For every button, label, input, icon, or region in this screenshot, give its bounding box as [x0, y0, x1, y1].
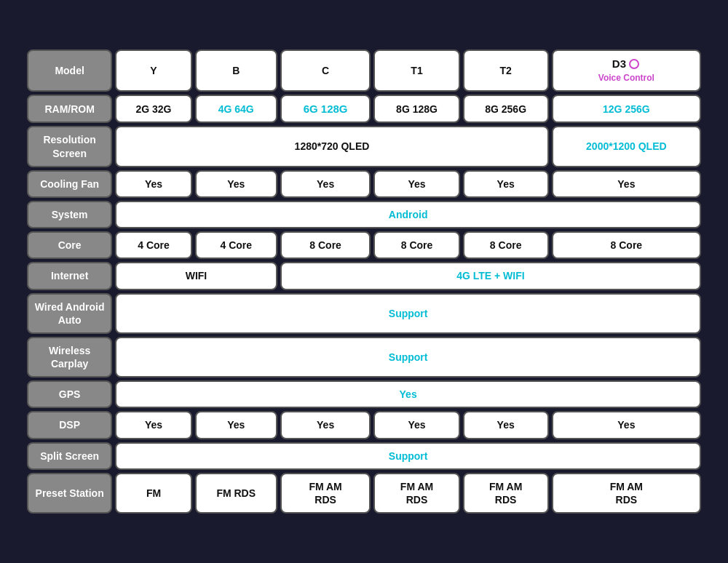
- cell-preset-t2: FM AM RDS: [463, 473, 549, 514]
- cell-gps: Yes: [115, 380, 701, 408]
- cell-preset-c: FM AM RDS: [280, 473, 371, 514]
- row-split-screen: Split Screen Support: [27, 442, 701, 470]
- cell-dsp-b: Yes: [195, 411, 277, 439]
- cell-preset-d3: FM AM RDS: [552, 473, 701, 514]
- cell-ram-t2: 8G 256G: [463, 95, 549, 124]
- row-core: Core 4 Core 4 Core 8 Core 8 Core 8 Core …: [27, 231, 701, 259]
- cell-model-c: C: [280, 49, 371, 92]
- cell-preset-b: FM RDS: [195, 473, 277, 514]
- cell-system: Android: [115, 201, 701, 228]
- cell-ram-c: 6G 128G: [280, 95, 371, 124]
- cell-preset-y: FM: [115, 473, 191, 514]
- row-model: Model Y B C T1 T2 D3 Voice Control: [27, 49, 701, 92]
- cell-internet-4g: 4G LTE + WIFI: [280, 262, 701, 290]
- label-resolution: ResolutionScreen: [27, 126, 112, 167]
- cell-ram-t1: 8G 128G: [373, 95, 459, 124]
- label-model: Model: [27, 49, 112, 92]
- cell-core-t2: 8 Core: [463, 231, 549, 259]
- cell-dsp-d3: Yes: [552, 411, 701, 439]
- cell-model-t1: T1: [373, 49, 459, 92]
- cell-cooling-y: Yes: [115, 170, 191, 198]
- cell-cooling-t2: Yes: [463, 170, 549, 198]
- cell-cooling-c: Yes: [280, 170, 371, 198]
- cell-model-d3: D3 Voice Control: [552, 49, 701, 92]
- cell-dsp-t2: Yes: [463, 411, 549, 439]
- label-wireless-carplay: WirelessCarplay: [27, 337, 112, 378]
- cell-dsp-t1: Yes: [373, 411, 459, 439]
- row-wired-android: Wired AndroidAuto Support: [27, 293, 701, 334]
- cell-cooling-b: Yes: [195, 170, 277, 198]
- row-cooling: Cooling Fan Yes Yes Yes Yes Yes Yes: [27, 170, 701, 198]
- cell-internet-wifi: WIFI: [115, 262, 277, 290]
- voice-icon: [629, 59, 639, 69]
- label-ram: RAM/ROM: [27, 95, 112, 124]
- cell-resolution-standard: 1280*720 QLED: [115, 126, 548, 167]
- row-resolution: ResolutionScreen 1280*720 QLED 2000*1200…: [27, 126, 701, 167]
- comparison-table: Model Y B C T1 T2 D3 Voice Control RAM/R…: [24, 47, 704, 516]
- voice-control-label: Voice Control: [598, 73, 654, 83]
- cell-model-b: B: [195, 49, 277, 92]
- cell-cooling-t1: Yes: [373, 170, 459, 198]
- cell-core-c: 8 Core: [280, 231, 371, 259]
- row-dsp: DSP Yes Yes Yes Yes Yes Yes: [27, 411, 701, 439]
- cell-dsp-y: Yes: [115, 411, 191, 439]
- label-dsp: DSP: [27, 411, 112, 439]
- label-core: Core: [27, 231, 112, 259]
- cell-dsp-c: Yes: [280, 411, 371, 439]
- cell-resolution-d3: 2000*1200 QLED: [552, 126, 701, 167]
- cell-preset-t1: FM AM RDS: [373, 473, 459, 514]
- row-ram: RAM/ROM 2G 32G 4G 64G 6G 128G 8G 128G 8G…: [27, 95, 701, 124]
- comparison-table-container: Model Y B C T1 T2 D3 Voice Control RAM/R…: [11, 33, 717, 530]
- cell-split-screen: Support: [115, 442, 701, 470]
- cell-ram-d3: 12G 256G: [552, 95, 701, 124]
- label-split-screen: Split Screen: [27, 442, 112, 470]
- cell-core-d3: 8 Core: [552, 231, 701, 259]
- row-system: System Android: [27, 201, 701, 228]
- cell-core-b: 4 Core: [195, 231, 277, 259]
- cell-wired-android: Support: [115, 293, 701, 334]
- d3-label: D3: [612, 57, 626, 70]
- cell-core-t1: 8 Core: [373, 231, 459, 259]
- cell-ram-b: 4G 64G: [195, 95, 277, 124]
- row-internet: Internet WIFI 4G LTE + WIFI: [27, 262, 701, 290]
- label-internet: Internet: [27, 262, 112, 290]
- row-wireless-carplay: WirelessCarplay Support: [27, 337, 701, 378]
- label-system: System: [27, 201, 112, 228]
- label-gps: GPS: [27, 380, 112, 408]
- label-preset-station: Preset Station: [27, 473, 112, 514]
- row-gps: GPS Yes: [27, 380, 701, 408]
- row-preset-station: Preset Station FM FM RDS FM AM RDS FM AM…: [27, 473, 701, 514]
- cell-wireless-carplay: Support: [115, 337, 701, 378]
- label-cooling: Cooling Fan: [27, 170, 112, 198]
- cell-model-y: Y: [115, 49, 191, 92]
- cell-core-y: 4 Core: [115, 231, 191, 259]
- cell-model-t2: T2: [463, 49, 549, 92]
- cell-ram-y: 2G 32G: [115, 95, 191, 124]
- label-wired-android: Wired AndroidAuto: [27, 293, 112, 334]
- cell-cooling-d3: Yes: [552, 170, 701, 198]
